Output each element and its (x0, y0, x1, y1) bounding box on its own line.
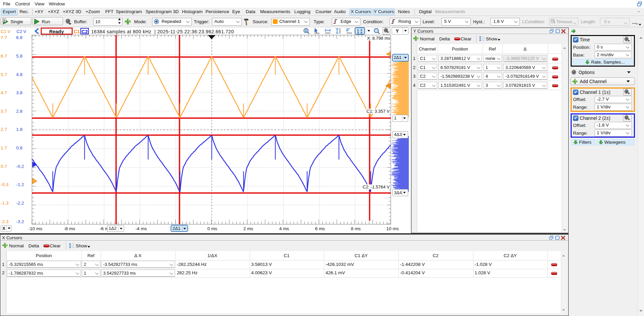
svg-text:C1: 3.357 V: C1: 3.357 V (366, 109, 390, 114)
svg-text:X: 8.798 ms: X: 8.798 ms (367, 36, 391, 41)
svg-text:C2: -1.5764 V: C2: -1.5764 V (363, 184, 390, 189)
